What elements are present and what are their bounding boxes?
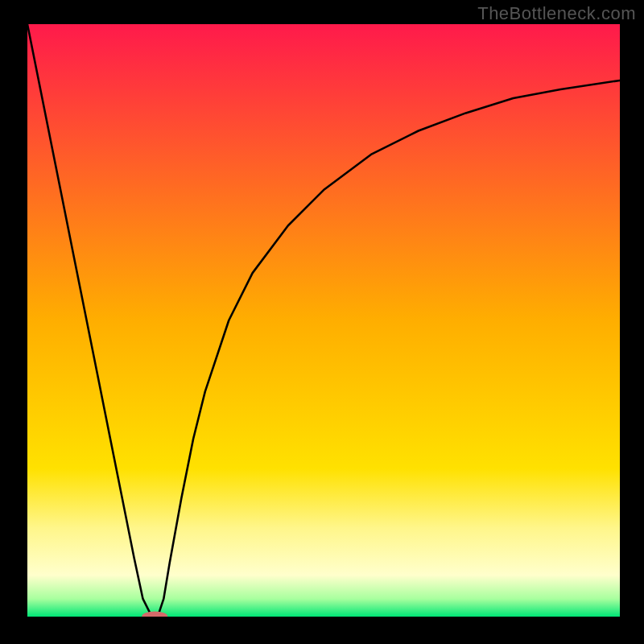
chart-frame: TheBottleneck.com — [0, 0, 644, 644]
plot-area — [27, 24, 620, 617]
watermark-text: TheBottleneck.com — [477, 3, 636, 24]
bottleneck-chart — [27, 24, 620, 617]
gradient-background — [27, 24, 620, 617]
